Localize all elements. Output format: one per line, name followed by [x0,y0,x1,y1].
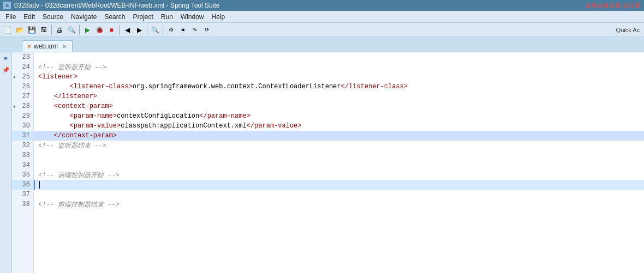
tab-file-icon: ✕ [27,43,32,50]
toolbar: 📄 📂 💾 🖫 🖨 🔍 ▶ 🐞 ■ ◀ ▶ 🔍 ⚙ ★ ✎ ⟳ Quick Ac [0,23,644,37]
save-all-btn[interactable]: 🖫 [38,25,49,35]
code-line-28: <context-param> [34,101,644,111]
quick-access-label: Quick Ac [616,27,642,33]
title-bar-left: S 0328adv - 0328carrent/WebRoot/WEB-INF/… [3,2,219,9]
line-number-38: 38 [12,199,33,209]
code-line-37 [34,190,644,199]
run-btn[interactable]: ▶ [82,25,93,35]
line-number-29: 29 [12,111,33,121]
menu-items: FileEditSourceNavigateSearchProjectRunWi… [2,12,228,22]
sep4 [147,25,147,35]
line-number-36: 36 [12,180,33,190]
misc1[interactable]: ⚙ [165,25,176,35]
code-line-27: </listener> [34,92,644,101]
menu-item-help[interactable]: Help [208,12,229,22]
app-icon: S [3,2,11,9]
line-number-33: 33 [12,150,33,160]
tab-label: web.xml [34,43,58,50]
menu-bar: FileEditSourceNavigateSearchProjectRunWi… [0,11,644,23]
text-cursor [39,181,40,189]
menu-item-run[interactable]: Run [158,12,176,22]
code-line-30: <param-value>classpath:applicationContex… [34,121,644,131]
menu-item-edit[interactable]: Edit [20,12,38,22]
line-number-24: 24 [12,62,33,72]
line-number-28: 28 [12,101,33,111]
misc2[interactable]: ★ [177,25,188,35]
new-btn[interactable]: 📄 [2,25,13,35]
code-line-38: <!-- 前端控制器结束 --> [34,199,644,209]
code-line-36 [34,180,644,190]
line-number-27: 27 [12,92,33,101]
menu-item-window[interactable]: Window [177,12,207,22]
line-number-37: 37 [12,190,33,199]
code-area[interactable]: <!-- 监听器开始 --><listener> <listener-class… [34,52,644,273]
line-number-32: 32 [12,141,33,150]
menu-item-source[interactable]: Source [39,12,67,22]
watermark: 屏幕录像专家 未注册 [585,2,641,10]
misc3[interactable]: ✎ [189,25,200,35]
left-sidebar: ≡ 📌 [0,52,12,273]
sep2 [79,25,80,35]
tabs-bar: ✕ web.xml ✕ [0,37,644,52]
sep5 [163,25,163,35]
code-line-25: <listener> [34,72,644,82]
title-bar: S 0328adv - 0328carrent/WebRoot/WEB-INF/… [0,0,644,11]
code-line-29: <param-name>contextConfigLocation</param… [34,111,644,121]
menu-item-search[interactable]: Search [101,12,128,22]
window-title: 0328adv - 0328carrent/WebRoot/WEB-INF/we… [14,2,219,9]
search-btn[interactable]: 🔍 [150,25,160,35]
line-number-30: 30 [12,121,33,131]
line-number-31: 31 [12,131,33,141]
code-line-35: <!-- 前端控制器开始 --> [34,170,644,180]
menu-item-file[interactable]: File [2,12,19,22]
misc4[interactable]: ⟳ [201,25,212,35]
line-number-35: 35 [12,170,33,180]
print-btn[interactable]: 🖨 [54,25,65,35]
code-line-23 [34,52,644,62]
menu-item-project[interactable]: Project [129,12,156,22]
editor-container: ≡ 📌 23242526272829303132333435363738 <!-… [0,52,644,273]
code-line-32: <!-- 监听器结束 --> [34,141,644,150]
tab-webxml[interactable]: ✕ web.xml ✕ [22,40,73,52]
fwd-btn[interactable]: ▶ [134,25,145,35]
code-line-26: <listener-class>org.springframework.web.… [34,82,644,92]
debug-btn[interactable]: 🐞 [94,25,105,35]
back-btn[interactable]: ◀ [122,25,133,35]
line-number-26: 26 [12,82,33,92]
sep1 [51,25,52,35]
line-number-25: 25 [12,72,33,82]
tab-close-btn[interactable]: ✕ [62,44,67,50]
sidebar-icon-1[interactable]: ≡ [2,54,10,63]
line-number-23: 23 [12,52,33,62]
code-line-33 [34,150,644,160]
menu-item-navigate[interactable]: Navigate [68,12,100,22]
stop-btn[interactable]: ■ [106,25,117,35]
open-btn[interactable]: 📂 [14,25,25,35]
save-btn[interactable]: 💾 [26,25,37,35]
prop-btn[interactable]: 🔍 [66,25,77,35]
code-line-34 [34,160,644,170]
line-numbers: 23242526272829303132333435363738 [12,52,34,273]
line-number-34: 34 [12,160,33,170]
sep3 [119,25,120,35]
sidebar-icon-2[interactable]: 📌 [2,65,10,74]
code-line-24: <!-- 监听器开始 --> [34,62,644,72]
code-line-31: </context-param> [34,131,644,141]
